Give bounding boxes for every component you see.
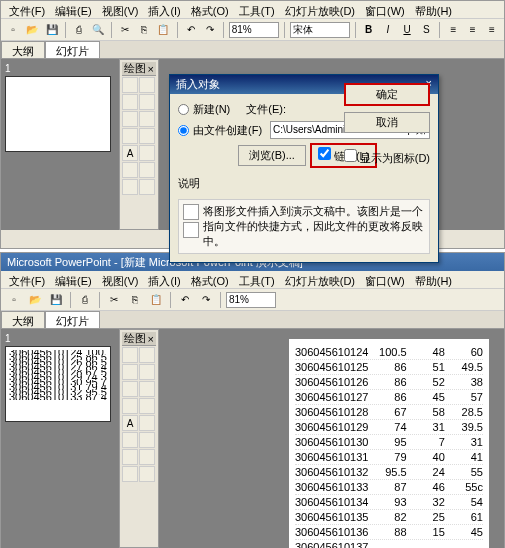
- close-icon[interactable]: ×: [148, 333, 154, 345]
- tool-icon[interactable]: [122, 432, 138, 448]
- tool-icon[interactable]: [122, 128, 138, 144]
- tool-icon[interactable]: [139, 381, 155, 397]
- menu-tools[interactable]: 工具(T): [235, 273, 279, 286]
- browse-button[interactable]: 浏览(B)...: [238, 145, 306, 166]
- show-as-icon-checkbox[interactable]: [344, 149, 357, 162]
- slide-thumbnail[interactable]: [5, 76, 111, 152]
- open-icon[interactable]: 📂: [24, 21, 40, 39]
- tab-outline[interactable]: 大纲: [1, 41, 45, 58]
- menu-view[interactable]: 视图(V): [98, 273, 143, 286]
- menu-window[interactable]: 窗口(W): [361, 273, 409, 286]
- italic-button[interactable]: I: [380, 21, 396, 39]
- font-select[interactable]: [290, 22, 350, 38]
- tool-icon[interactable]: [139, 347, 155, 363]
- redo-icon[interactable]: ↷: [197, 291, 215, 309]
- tool-icon[interactable]: [139, 128, 155, 144]
- redo-icon[interactable]: ↷: [202, 21, 218, 39]
- bold-button[interactable]: B: [361, 21, 377, 39]
- tool-icon[interactable]: [139, 432, 155, 448]
- menu-help[interactable]: 帮助(H): [411, 273, 456, 286]
- table-cell: 60: [453, 346, 483, 358]
- align-center-icon[interactable]: ≡: [465, 21, 481, 39]
- undo-icon[interactable]: ↶: [182, 21, 198, 39]
- cut-icon[interactable]: ✂: [117, 21, 133, 39]
- open-icon[interactable]: 📂: [26, 291, 44, 309]
- show-as-icon-label: 显示为图标(D): [360, 152, 430, 164]
- tab-outline[interactable]: 大纲: [1, 311, 45, 328]
- tool-icon[interactable]: [139, 449, 155, 465]
- text-tool-icon[interactable]: A: [122, 145, 138, 161]
- embedded-object[interactable]: 306045610124100.54860306045610125865149.…: [289, 339, 489, 548]
- tool-icon[interactable]: [139, 94, 155, 110]
- menu-file[interactable]: 文件(F): [5, 273, 49, 286]
- undo-icon[interactable]: ↶: [176, 291, 194, 309]
- tool-icon[interactable]: [139, 415, 155, 431]
- tool-icon[interactable]: [122, 364, 138, 380]
- zoom-input[interactable]: [229, 22, 279, 38]
- menu-slideshow[interactable]: 幻灯片放映(D): [281, 3, 359, 16]
- tool-icon[interactable]: [122, 162, 138, 178]
- cancel-button[interactable]: 取消: [344, 112, 430, 133]
- tool-icon[interactable]: [139, 179, 155, 195]
- table-row: 306045610128675828.5: [295, 405, 483, 420]
- link-checkbox[interactable]: [318, 147, 331, 160]
- tool-icon[interactable]: [139, 77, 155, 93]
- save-icon[interactable]: 💾: [43, 21, 59, 39]
- menu-help[interactable]: 帮助(H): [411, 3, 456, 16]
- print-icon[interactable]: ⎙: [76, 291, 94, 309]
- menu-insert[interactable]: 插入(I): [144, 3, 184, 16]
- menu-window[interactable]: 窗口(W): [361, 3, 409, 16]
- cut-icon[interactable]: ✂: [105, 291, 123, 309]
- menu-file[interactable]: 文件(F): [5, 3, 49, 16]
- tab-slides[interactable]: 幻灯片: [45, 41, 100, 58]
- tool-icon[interactable]: [122, 111, 138, 127]
- copy-icon[interactable]: ⎘: [136, 21, 152, 39]
- tool-icon[interactable]: [139, 162, 155, 178]
- new-icon[interactable]: ▫: [5, 291, 23, 309]
- tool-icon[interactable]: [139, 398, 155, 414]
- align-left-icon[interactable]: ≡: [445, 21, 461, 39]
- tool-icon[interactable]: [122, 94, 138, 110]
- menu-view[interactable]: 视图(V): [98, 3, 143, 16]
- drawing-toolbar-header[interactable]: 绘图×: [122, 332, 156, 346]
- paste-icon[interactable]: 📋: [147, 291, 165, 309]
- shadow-button[interactable]: S: [418, 21, 434, 39]
- align-right-icon[interactable]: ≡: [484, 21, 500, 39]
- print-icon[interactable]: ⎙: [71, 21, 87, 39]
- tool-icon[interactable]: [122, 381, 138, 397]
- menu-tools[interactable]: 工具(T): [235, 3, 279, 16]
- save-icon[interactable]: 💾: [47, 291, 65, 309]
- ok-button[interactable]: 确定: [344, 83, 430, 106]
- tool-icon[interactable]: [122, 179, 138, 195]
- menu-format[interactable]: 格式(O): [187, 3, 233, 16]
- tool-icon[interactable]: [122, 449, 138, 465]
- tool-icon[interactable]: [122, 466, 138, 482]
- table-cell: 93: [376, 496, 406, 508]
- tool-icon[interactable]: [122, 77, 138, 93]
- tab-slides[interactable]: 幻灯片: [45, 311, 100, 328]
- tool-icon[interactable]: [139, 111, 155, 127]
- menu-slideshow[interactable]: 幻灯片放映(D): [281, 273, 359, 286]
- tool-icon[interactable]: [139, 466, 155, 482]
- from-file-radio[interactable]: [178, 125, 189, 136]
- menu-format[interactable]: 格式(O): [187, 273, 233, 286]
- drawing-toolbar-header[interactable]: 绘图×: [122, 62, 156, 76]
- new-icon[interactable]: ▫: [5, 21, 21, 39]
- menu-edit[interactable]: 编辑(E): [51, 3, 96, 16]
- tool-icon[interactable]: [139, 364, 155, 380]
- table-cell: 86: [376, 361, 406, 373]
- tool-icon[interactable]: [139, 145, 155, 161]
- menu-edit[interactable]: 编辑(E): [51, 273, 96, 286]
- tool-icon[interactable]: [122, 398, 138, 414]
- menu-insert[interactable]: 插入(I): [144, 273, 184, 286]
- text-tool-icon[interactable]: A: [122, 415, 138, 431]
- copy-icon[interactable]: ⎘: [126, 291, 144, 309]
- slide-thumbnail[interactable]: 306045610124 100.5 48 60306045610125 86 …: [5, 346, 111, 422]
- tool-icon[interactable]: [122, 347, 138, 363]
- underline-button[interactable]: U: [399, 21, 415, 39]
- create-new-radio[interactable]: [178, 104, 189, 115]
- zoom-input[interactable]: [226, 292, 276, 308]
- preview-icon[interactable]: 🔍: [90, 21, 106, 39]
- paste-icon[interactable]: 📋: [155, 21, 171, 39]
- close-icon[interactable]: ×: [148, 63, 154, 75]
